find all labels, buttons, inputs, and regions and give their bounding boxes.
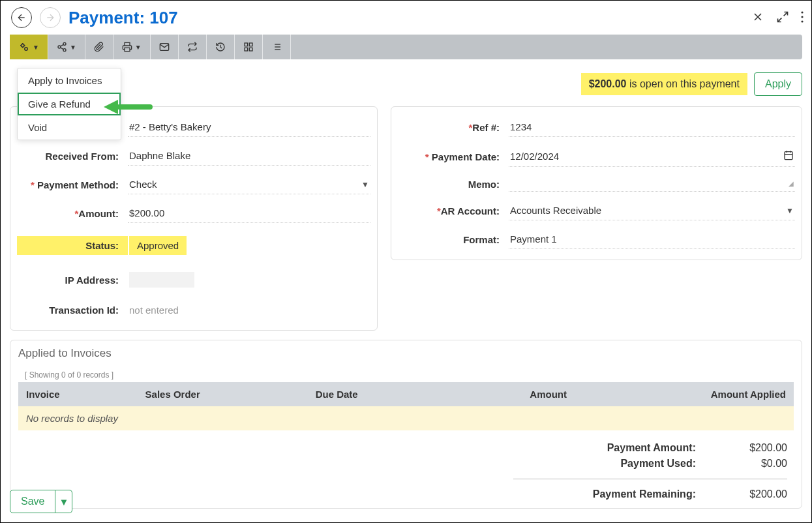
- transaction-id-value: not entered: [128, 301, 370, 320]
- svg-rect-21: [249, 48, 252, 51]
- status-label: Status:: [17, 236, 128, 255]
- menu-void[interactable]: Void: [18, 115, 121, 140]
- transaction-id-label: Transaction Id:: [17, 305, 128, 316]
- col-due-date[interactable]: Due Date: [308, 382, 448, 406]
- calendar-icon[interactable]: [783, 150, 794, 162]
- attachment-button[interactable]: [85, 35, 113, 59]
- payment-remaining-value: $200.00: [735, 488, 787, 500]
- svg-rect-19: [249, 43, 252, 46]
- right-panel: *Ref #: 1234 * Payment Date: 12/02/2024 …: [391, 106, 802, 260]
- payment-used-label: Payment Used:: [565, 458, 696, 470]
- payment-date-field[interactable]: 12/02/2024: [509, 146, 795, 167]
- close-icon[interactable]: [751, 10, 764, 25]
- transfer-button[interactable]: [179, 35, 207, 59]
- menu-apply-invoices[interactable]: Apply to Invoices: [18, 68, 121, 93]
- col-sales-order[interactable]: Sales Order: [138, 382, 308, 406]
- more-icon[interactable]: [801, 10, 804, 25]
- ip-address-label: IP Address:: [17, 275, 128, 286]
- svg-rect-20: [245, 48, 248, 51]
- svg-point-13: [63, 49, 66, 52]
- payment-amount-value: $200.00: [735, 442, 787, 454]
- chevron-down-icon: ▼: [361, 180, 369, 189]
- svg-point-11: [63, 42, 66, 45]
- toolbar: ▼ ▼ ▼: [10, 35, 802, 59]
- applied-title: Applied to Invoices: [18, 347, 794, 360]
- page-title: Payment: 107: [68, 8, 178, 28]
- back-button[interactable]: [11, 7, 32, 28]
- ip-address-value: [128, 268, 370, 291]
- totals-divider: [513, 479, 787, 479]
- col-amount-applied[interactable]: Amount Applied: [575, 382, 794, 406]
- status-value: Approved: [128, 232, 370, 259]
- header-right: [751, 10, 804, 25]
- save-button[interactable]: Save: [10, 490, 55, 513]
- svg-line-15: [61, 48, 64, 50]
- payment-method-label: * Payment Method:: [17, 179, 128, 190]
- payment-remaining-label: Payment Remaining:: [565, 488, 696, 500]
- qr-button[interactable]: [235, 35, 263, 59]
- open-payment-banner: $200.00 is open on this payment: [581, 73, 747, 95]
- svg-point-6: [801, 11, 803, 13]
- payment-method-select[interactable]: Check ▼: [128, 175, 370, 194]
- email-button[interactable]: [151, 35, 179, 59]
- share-button[interactable]: ▼: [48, 35, 85, 59]
- records-note: [ Showing 0 of 0 records ]: [18, 368, 794, 382]
- chevron-down-icon: ▼: [786, 206, 794, 215]
- ar-account-label: *AR Account:: [398, 205, 509, 217]
- amount-label: *Amount:: [17, 208, 128, 219]
- banner-row: $200.00 is open on this payment Apply: [10, 72, 802, 96]
- ref-field[interactable]: 1234: [509, 117, 795, 137]
- svg-rect-18: [245, 43, 248, 46]
- page-header: Payment: 107: [1, 1, 811, 35]
- svg-line-4: [784, 12, 788, 16]
- empty-message: No records to display: [18, 406, 794, 430]
- svg-point-12: [58, 46, 61, 48]
- col-amount[interactable]: Amount: [447, 382, 575, 406]
- actions-menu-button[interactable]: ▼: [10, 35, 48, 59]
- received-from-label: Received From:: [17, 151, 128, 162]
- svg-point-10: [25, 48, 28, 51]
- col-invoice[interactable]: Invoice: [18, 382, 138, 406]
- payment-used-value: $0.00: [735, 458, 787, 470]
- banner-amount: $200.00: [589, 78, 627, 89]
- annotation-arrow: [104, 100, 156, 114]
- banner-text: is open on this payment: [629, 78, 740, 89]
- expand-icon[interactable]: [776, 10, 789, 25]
- save-dropdown-button[interactable]: ▼: [55, 490, 72, 513]
- memo-label: Memo:: [398, 179, 509, 190]
- format-field[interactable]: Payment 1: [509, 230, 795, 249]
- svg-line-5: [778, 18, 782, 22]
- svg-rect-28: [785, 152, 792, 160]
- memo-field[interactable]: [509, 176, 795, 192]
- amount-field[interactable]: $200.00: [128, 203, 370, 223]
- payment-amount-label: Payment Amount:: [565, 442, 696, 454]
- received-from-field[interactable]: Daphne Blake: [128, 146, 370, 166]
- customer-field[interactable]: #2 - Betty's Bakery: [128, 117, 370, 137]
- ar-account-select[interactable]: Accounts Receivable ▼: [509, 201, 795, 220]
- payment-date-label: * Payment Date:: [398, 151, 509, 162]
- svg-point-8: [801, 20, 803, 22]
- invoice-table: Invoice Sales Order Due Date Amount Amou…: [18, 382, 794, 430]
- ref-label: *Ref #:: [398, 122, 509, 133]
- format-label: Format:: [398, 234, 509, 245]
- applied-invoices-panel: Applied to Invoices [ Showing 0 of 0 rec…: [10, 340, 802, 509]
- svg-point-9: [22, 44, 25, 48]
- svg-rect-16: [125, 48, 130, 51]
- apply-button[interactable]: Apply: [754, 72, 802, 96]
- forward-button[interactable]: [40, 7, 61, 28]
- form-panels: *Customer: #2 - Betty's Bakery Received …: [1, 106, 811, 331]
- history-button[interactable]: [207, 35, 235, 59]
- list-button[interactable]: [263, 35, 291, 59]
- footer: Save ▼: [10, 490, 72, 513]
- print-button[interactable]: ▼: [113, 35, 151, 59]
- totals: Payment Amount: $200.00 Payment Used: $0…: [18, 442, 794, 500]
- svg-point-7: [801, 16, 803, 18]
- header-left: Payment: 107: [11, 7, 178, 28]
- svg-line-14: [61, 44, 64, 46]
